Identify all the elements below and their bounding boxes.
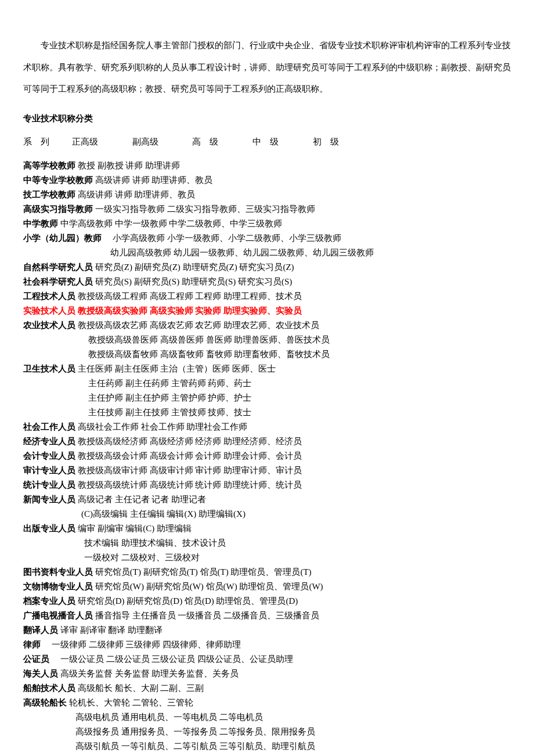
row-values: 高级引航员 一等引航员、二等引航员 三等引航员、助理引航员 [75, 741, 315, 751]
table-row: 工程技术人员 教授级高级工程师 高级工程师 工程师 助理工程师、技术员 [23, 290, 511, 303]
row-values: 小学高级教师 小学一级教师、小学二级教师、小学三级教师 [102, 233, 341, 243]
row-values: 高级关务监督 关务监督 助理关务监督、关务员 [58, 669, 239, 678]
row-values: 教授级高级兽医师 高级兽医师 兽医师 助理兽医师、兽医技术员 [88, 335, 330, 344]
row-values: 主任护师 副主任护师 主管护师 护师、护士 [88, 393, 251, 402]
row-category: 小学（幼儿园）教师 [23, 233, 102, 243]
table-row: 小学（幼儿园）教师 小学高级教师 小学一级教师、小学二级教师、小学三级教师 [23, 232, 511, 245]
row-values: 译审 副译审 翻译 助理翻译 [58, 625, 163, 635]
row-values: 高级船长 船长、大副 二副、三副 [75, 683, 204, 693]
row-values: 教授级高级工程师 高级工程师 工程师 助理工程师、技术员 [75, 291, 302, 301]
intro-paragraph: 专业技术职称是指经国务院人事主管部门授权的部门、行业或中央企业、省级专业技术职称… [23, 35, 511, 100]
row-category: 卫生技术人员 [23, 364, 75, 373]
row-category: 高等学校教师 [23, 161, 75, 170]
row-category: 图书资料专业人员 [23, 567, 93, 577]
row-values: 教授级高级会计师 高级会计师 会计师 助理会计师、会计员 [75, 451, 302, 460]
row-values: 中学高级教师 中学一级教师 中学二级教师、中学三级教师 [58, 219, 282, 228]
table-row: 翻译人员 译审 副译审 翻译 助理翻译 [23, 624, 511, 637]
table-row: 卫生技术人员 主任医师 副主任医师 主治（主管）医师 医师、医士 [23, 362, 511, 376]
row-category: 翻译人员 [23, 625, 58, 635]
col-series: 系 列 [23, 135, 70, 149]
row-values: 高级社会工作师 社会工作师 助理社会工作师 [75, 422, 247, 431]
table-row: 图书资料专业人员 研究馆员(T) 副研究馆员(T) 馆员(T) 助理馆员、管理员… [23, 566, 511, 579]
table-row: 主任药师 副主任药师 主管药师 药师、药士 [23, 377, 511, 390]
row-category: 档案专业人员 [23, 596, 75, 606]
row-category: 统计专业人员 [23, 480, 75, 489]
table-row: 高级电机员 通用电机员、一等电机员 二等电机员 [23, 711, 511, 724]
table-row: 高级引航员 一等引航员、二等引航员 三等引航员、助理引航员 [23, 740, 511, 753]
table-row: 出版专业人员 编审 副编审 编辑(C) 助理编辑 [23, 522, 511, 535]
classification-rows: 高等学校教师 教授 副教授 讲师 助理讲师中等专业学校教师 高级讲师 讲师 助理… [23, 159, 511, 757]
row-values: 研究员(S) 副研究员(S) 助理研究员(S) 研究实习员(S) [93, 277, 292, 286]
table-row: 社会科学研究人员 研究员(S) 副研究员(S) 助理研究员(S) 研究实习员(S… [23, 275, 511, 289]
table-row: 高等学校教师 教授 副教授 讲师 助理讲师 [23, 159, 511, 172]
row-values: 高级电机员 通用电机员、一等电机员 二等电机员 [75, 712, 263, 722]
table-row: 海关人员 高级关务监督 关务监督 助理关务监督、关务员 [23, 667, 511, 681]
row-category: 工程技术人员 [23, 291, 75, 301]
table-row: 经济专业人员 教授级高级经济师 高级经济师 经济师 助理经济师、经济员 [23, 435, 511, 448]
row-category: 船舶技术人员 [23, 683, 75, 693]
table-row: 技工学校教师 高级讲师 讲师 助理讲师、教员 [23, 188, 511, 201]
table-row: 教授级高级畜牧师 高级畜牧师 畜牧师 助理畜牧师、畜牧技术员 [23, 348, 511, 361]
row-values: 编审 副编审 编辑(C) 助理编辑 [75, 524, 192, 533]
table-row: 社会工作人员 高级社会工作师 社会工作师 助理社会工作师 [23, 420, 511, 434]
table-row: 主任护师 副主任护师 主管护师 护师、护士 [23, 391, 511, 405]
table-row: 高级报务员 通用报务员、一等报务员 二等报务员、限用报务员 [23, 725, 511, 739]
table-row: 公证员 一级公证员 二级公证员 三级公证员 四级公证员、公证员助理 [23, 653, 511, 666]
row-category: 广播电视播音人员 [23, 611, 93, 620]
col-top-senior: 正高级 [72, 135, 130, 149]
row-values: 教授级高级农艺师 高级农艺师 农艺师 助理农艺师、农业技术员 [75, 321, 319, 330]
row-category: 社会科学研究人员 [23, 277, 93, 286]
row-category: 文物博物专业人员 [23, 582, 93, 591]
row-category: 律师 [23, 640, 41, 649]
table-row: 民用航空飞行技术人员 一级飞行员 二级飞行员 三级飞行员、四级飞行员 [23, 754, 511, 757]
table-row: (C)高级编辑 主任编辑 编辑(X) 助理编辑(X) [23, 507, 511, 521]
row-values: 教授级高级经济师 高级经济师 经济师 助理经济师、经济员 [75, 437, 302, 446]
col-senior: 高 级 [192, 135, 250, 149]
row-values: 研究馆员(W) 副研究馆员(W) 馆员(W) 助理馆员、管理员(W) [93, 582, 323, 591]
row-category: 公证员 [23, 654, 49, 664]
table-row: 统计专业人员 教授级高级统计师 高级统计师 统计师 助理统计师、统计员 [23, 478, 511, 492]
row-values: 一级公证员 二级公证员 三级公证员 四级公证员、公证员助理 [49, 654, 293, 664]
table-row: 主任技师 副主任技师 主管技师 技师、技士 [23, 406, 511, 419]
row-values: 主任技师 副主任技师 主管技师 技师、技士 [88, 408, 251, 417]
row-values: 研究馆员(D) 副研究馆员(D) 馆员(D) 助理馆员、管理员(D) [75, 596, 298, 606]
table-row: 自然科学研究人员 研究员(Z) 副研究员(Z) 助理研究员(Z) 研究实习员(Z… [23, 261, 511, 274]
row-category: 审计专业人员 [23, 466, 75, 475]
row-values: 主任药师 副主任药师 主管药师 药师、药士 [88, 379, 251, 388]
row-values: 技术编辑 助理技术编辑、技术设计员 [84, 538, 226, 548]
table-row: 技术编辑 助理技术编辑、技术设计员 [23, 537, 511, 550]
col-junior: 初 级 [313, 135, 339, 149]
row-values: 高级讲师 讲师 助理讲师、教员 [75, 190, 195, 199]
row-values: 播音指导 主任播音员 一级播音员 二级播音员、三级播音员 [93, 611, 319, 620]
table-row: 农业技术人员 教授级高级农艺师 高级农艺师 农艺师 助理农艺师、农业技术员 [23, 319, 511, 332]
table-row: 中学教师 中学高级教师 中学一级教师 中学二级教师、中学三级教师 [23, 217, 511, 231]
row-category: 社会工作人员 [23, 422, 75, 431]
section-title: 专业技术职称分类 [23, 112, 511, 125]
row-values: 轮机长、大管轮 二管轮、三管轮 [67, 698, 193, 707]
row-category: 中等专业学校教师 [23, 175, 93, 185]
row-values: 一级校对 二级校对、三级校对 [84, 553, 200, 562]
row-category: 经济专业人员 [23, 437, 75, 446]
table-row: 船舶技术人员 高级船长 船长、大副 二副、三副 [23, 682, 511, 695]
row-values: 高级讲师 讲师 助理讲师、教员 [93, 175, 212, 185]
row-values: 主任医师 副主任医师 主治（主管）医师 医师、医士 [75, 364, 276, 373]
col-middle: 中 级 [252, 135, 311, 149]
table-row: 一级校对 二级校对、三级校对 [23, 551, 511, 564]
row-values: 教授级高级审计师 高级审计师 审计师 助理审计师、审计员 [75, 466, 302, 475]
table-row: 广播电视播音人员 播音指导 主任播音员 一级播音员 二级播音员、三级播音员 [23, 609, 511, 622]
row-values: 高级记者 主任记者 记者 助理记者 [75, 495, 206, 504]
row-values: (C)高级编辑 主任编辑 编辑(X) 助理编辑(X) [81, 509, 246, 519]
column-header-row: 系 列 正高级 副高级 高 级 中 级 初 级 [23, 135, 511, 149]
row-category: 实验技术人员 [23, 306, 75, 315]
row-category: 海关人员 [23, 669, 58, 678]
row-category: 农业技术人员 [23, 321, 75, 330]
row-category: 会计专业人员 [23, 451, 75, 460]
row-category: 技工学校教师 [23, 190, 75, 199]
row-values: 幼儿园高级教师 幼儿园一级教师、幼儿园二级教师、幼儿园三级教师 [110, 248, 374, 257]
row-values: 一级律师 二级律师 三级律师 四级律师、律师助理 [41, 640, 241, 649]
row-values: 教授 副教授 讲师 助理讲师 [75, 161, 180, 170]
table-row: 高级轮船长 轮机长、大管轮 二管轮、三管轮 [23, 696, 511, 710]
row-values: 研究馆员(T) 副研究馆员(T) 馆员(T) 助理馆员、管理员(T) [93, 567, 312, 577]
table-row: 会计专业人员 教授级高级会计师 高级会计师 会计师 助理会计师、会计员 [23, 449, 511, 463]
row-category: 高级轮船长 [23, 698, 67, 707]
